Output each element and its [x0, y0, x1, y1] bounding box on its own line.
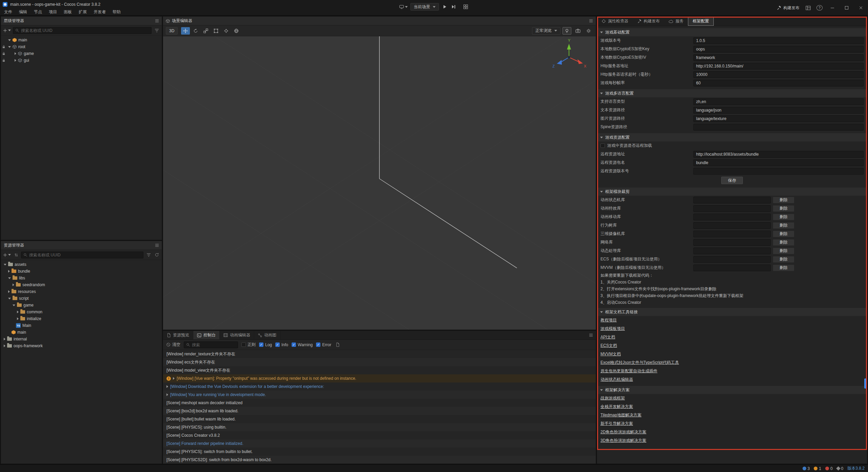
- delete-module-button[interactable]: 删除: [773, 248, 794, 254]
- build-publish-button[interactable]: 构建发布: [776, 5, 800, 11]
- asset-node-main-ts[interactable]: TS Main: [1, 322, 162, 329]
- section-resources[interactable]: 游戏资源配置: [597, 133, 867, 141]
- space-toggle-button[interactable]: [232, 27, 241, 35]
- section-modules[interactable]: 框架模块裁剪: [597, 188, 867, 196]
- log-row-warning[interactable]: [Window] [Vue warn]: Property "onInput" …: [163, 374, 596, 382]
- expand-icon[interactable]: [17, 311, 19, 313]
- panel-menu-icon[interactable]: [589, 19, 593, 23]
- expand-icon[interactable]: [8, 298, 11, 299]
- tab-animation-editor[interactable]: 动画编辑器: [220, 331, 254, 339]
- spine-path-input[interactable]: [693, 124, 864, 131]
- view-mode-dropdown[interactable]: 正常浏览: [532, 27, 560, 35]
- layout-icon[interactable]: [805, 4, 811, 11]
- open-log-file-icon[interactable]: [335, 341, 341, 348]
- asset-node-script[interactable]: script: [1, 295, 162, 302]
- scene-select-dropdown[interactable]: 当前场景: [411, 3, 439, 11]
- clear-console-button[interactable]: 清空: [166, 342, 180, 348]
- doc-link[interactable]: Excel格式转Json文件与TypeScript代码工具: [600, 360, 679, 366]
- tab-console[interactable]: 控制台: [193, 331, 220, 339]
- expand-icon[interactable]: [4, 264, 6, 266]
- orientation-gizmo[interactable]: Y X Z: [552, 38, 587, 68]
- lock-icon[interactable]: [1, 45, 6, 48]
- expand-icon[interactable]: [15, 59, 16, 62]
- section-doc-links[interactable]: 框架文档工具链接: [597, 308, 867, 316]
- log-filter-checkbox[interactable]: Log: [259, 342, 272, 347]
- tab-property-inspector[interactable]: 属性检查器: [597, 17, 633, 26]
- expand-icon[interactable]: [15, 52, 16, 55]
- mode-3d-button[interactable]: 3D: [166, 27, 178, 35]
- delete-module-button[interactable]: 删除: [773, 264, 794, 271]
- languages-input[interactable]: [693, 98, 864, 105]
- remote-load-checkbox-row[interactable]: 游戏中资源是否远程加载: [597, 141, 867, 150]
- asset-node-oops-framework[interactable]: oops-framework: [1, 342, 162, 349]
- menu-help[interactable]: 帮助: [109, 9, 124, 15]
- error-filter-checkbox[interactable]: Error: [316, 342, 331, 347]
- camera-settings-button[interactable]: [573, 27, 582, 35]
- rotate-tool-button[interactable]: [191, 27, 200, 35]
- filter-icon[interactable]: [154, 27, 160, 34]
- lock-icon[interactable]: [1, 52, 6, 55]
- log-row-info[interactable]: [Scene] Forward render pipeline initiali…: [163, 439, 596, 448]
- delete-module-button[interactable]: 删除: [773, 256, 794, 263]
- warning-count-badge[interactable]: 1: [814, 466, 821, 471]
- log-count-badge[interactable]: 3: [803, 466, 810, 471]
- scale-tool-button[interactable]: [201, 27, 210, 35]
- module-input[interactable]: [693, 222, 771, 229]
- help-icon[interactable]: [816, 5, 823, 11]
- http-timeout-input[interactable]: [693, 71, 864, 78]
- step-button[interactable]: [451, 3, 457, 10]
- game-version-input[interactable]: [693, 37, 864, 44]
- refresh-icon[interactable]: [154, 252, 160, 258]
- solution-link[interactable]: Tiledmap地图解决方案: [600, 412, 642, 418]
- remote-version-input[interactable]: [693, 168, 864, 175]
- menu-project[interactable]: 项目: [45, 9, 60, 15]
- expand-icon[interactable]: [13, 304, 15, 306]
- asset-node-assets[interactable]: assets: [1, 261, 162, 268]
- maximize-button[interactable]: [842, 4, 851, 11]
- section-i18n[interactable]: 游戏多语言配置: [597, 89, 867, 97]
- scene-settings-gear-icon[interactable]: [584, 27, 593, 35]
- panel-menu-icon[interactable]: [155, 243, 159, 247]
- asset-node-bundle[interactable]: bundle: [1, 268, 162, 275]
- expand-icon[interactable]: [4, 338, 5, 340]
- module-input[interactable]: [693, 248, 771, 254]
- move-tool-button[interactable]: [181, 27, 190, 35]
- create-node-button[interactable]: [3, 27, 11, 34]
- expand-icon[interactable]: [17, 317, 19, 320]
- remote-load-checkbox[interactable]: [600, 143, 605, 148]
- error-count-badge[interactable]: 0: [825, 466, 833, 471]
- delete-module-button[interactable]: 删除: [773, 231, 794, 237]
- menu-node[interactable]: 节点: [31, 9, 45, 15]
- section-solutions[interactable]: 框架解决方案: [597, 386, 867, 394]
- expand-icon[interactable]: [8, 39, 11, 41]
- close-button[interactable]: [856, 4, 865, 11]
- asset-node-internal[interactable]: internal: [1, 336, 162, 342]
- expand-icon[interactable]: [8, 290, 10, 293]
- solution-link[interactable]: 全栈开发解决方案: [600, 404, 633, 410]
- remote-url-input[interactable]: [693, 151, 864, 158]
- preview-platform-icon[interactable]: [399, 3, 408, 10]
- tab-animation-graph[interactable]: 动画图: [254, 331, 280, 339]
- menu-extension[interactable]: 扩展: [75, 9, 90, 15]
- log-row[interactable]: [Scene] [PHYSICS]: using builtin.: [163, 423, 596, 431]
- tree-node-gui[interactable]: gui: [1, 57, 162, 64]
- menu-panel[interactable]: 面板: [60, 9, 75, 15]
- expand-icon[interactable]: [173, 377, 175, 380]
- tree-node-root[interactable]: root: [1, 43, 162, 50]
- remote-bundle-input[interactable]: [693, 159, 864, 166]
- expand-icon[interactable]: [8, 277, 11, 279]
- log-row[interactable]: [Scene] [box2d]:box2d wasm lib loaded.: [163, 407, 596, 415]
- log-row[interactable]: [Window] render_texture文件夹不存在: [163, 350, 596, 358]
- asset-node-resources[interactable]: resources: [1, 288, 162, 295]
- doc-link[interactable]: ECS文档: [600, 343, 617, 349]
- crypto-key-input[interactable]: [693, 46, 864, 53]
- texture-path-input[interactable]: [693, 115, 864, 122]
- crypto-iv-input[interactable]: [693, 54, 864, 61]
- doc-link[interactable]: 教程项目: [600, 317, 617, 323]
- fps-input[interactable]: [693, 80, 864, 86]
- asset-node-initialize[interactable]: initialize: [1, 315, 162, 322]
- log-row[interactable]: [Scene] [PHYSICS]: switch from builtin t…: [163, 448, 596, 456]
- menu-edit[interactable]: 编辑: [16, 9, 31, 15]
- module-input[interactable]: [693, 205, 771, 212]
- expand-icon[interactable]: [8, 270, 10, 273]
